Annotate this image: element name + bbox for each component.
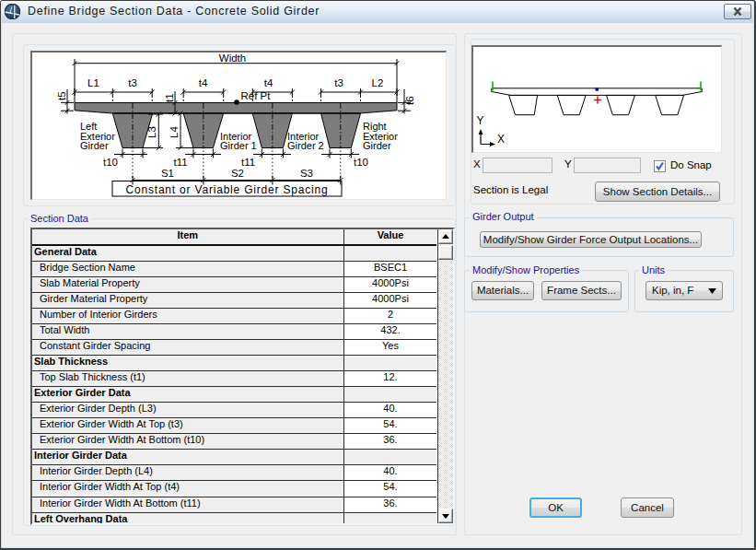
svg-text:t10: t10 bbox=[354, 157, 368, 168]
svg-text:L2: L2 bbox=[372, 77, 384, 88]
svg-text:L3: L3 bbox=[146, 126, 157, 138]
svg-text:t4: t4 bbox=[199, 77, 208, 88]
svg-text:S2: S2 bbox=[231, 168, 244, 179]
svg-text:Girder 1: Girder 1 bbox=[220, 140, 257, 151]
svg-text:Constant or Variable Girder Sp: Constant or Variable Girder Spacing bbox=[126, 183, 329, 196]
svg-text:Y: Y bbox=[477, 114, 484, 127]
svg-text:S1: S1 bbox=[161, 168, 174, 179]
svg-text:t3: t3 bbox=[334, 77, 343, 88]
svg-text:t10: t10 bbox=[103, 157, 118, 168]
svg-text:Ref Pt: Ref Pt bbox=[241, 90, 272, 101]
svg-text:Girder 2: Girder 2 bbox=[287, 140, 324, 151]
svg-text:t11: t11 bbox=[241, 157, 255, 168]
svg-text:t11: t11 bbox=[174, 157, 188, 168]
svg-text:t6: t6 bbox=[404, 96, 415, 105]
svg-text:Girder: Girder bbox=[363, 140, 391, 151]
svg-text:t5: t5 bbox=[56, 91, 67, 100]
svg-text:Width: Width bbox=[219, 53, 246, 64]
svg-text:t1: t1 bbox=[164, 93, 175, 102]
svg-text:Girder: Girder bbox=[80, 140, 109, 151]
svg-text:S3: S3 bbox=[300, 168, 313, 179]
svg-text:X: X bbox=[497, 133, 505, 146]
svg-text:L1: L1 bbox=[87, 77, 99, 88]
svg-text:t4: t4 bbox=[264, 77, 273, 88]
svg-text:L4: L4 bbox=[169, 126, 180, 138]
svg-text:t3: t3 bbox=[128, 77, 137, 88]
